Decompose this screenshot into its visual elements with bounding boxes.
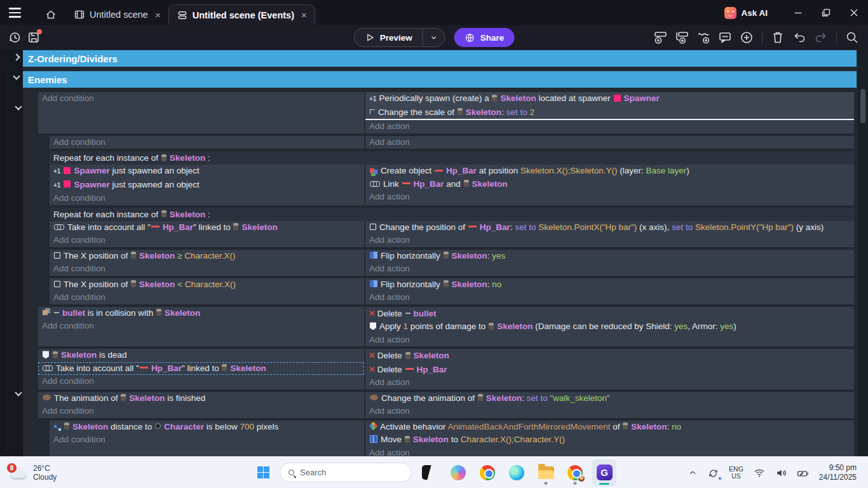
weather-widget[interactable]: 8 26°C Cloudy — [5, 457, 60, 488]
add-action-button[interactable]: Add action — [365, 376, 854, 390]
close-tab-icon[interactable]: × — [301, 10, 307, 20]
condition-row[interactable]: The X position of Skeleton ≥ Character.X… — [50, 250, 364, 263]
taskbar-app-gdevelop[interactable]: G — [592, 459, 616, 486]
add-action-button[interactable]: Add action — [365, 334, 854, 347]
add-action-button[interactable]: Add action — [365, 191, 854, 204]
clock-widget[interactable]: 9:50 pm 24/11/2025 — [815, 463, 862, 482]
volume-icon[interactable] — [771, 461, 790, 484]
add-more-button[interactable] — [737, 28, 756, 47]
expand-chevron[interactable] — [13, 53, 20, 60]
add-other-event-button[interactable] — [694, 28, 713, 47]
tab-untitled-scene[interactable]: Untitled scene × — [66, 4, 168, 25]
preview-button[interactable]: Preview — [355, 29, 423, 46]
action-row[interactable]: Create object Hp_Bar at position Skeleto… — [365, 165, 854, 178]
add-condition-button[interactable]: Add condition — [50, 433, 364, 447]
taskbar-app-file-explorer[interactable] — [534, 459, 558, 486]
action-row[interactable]: Move Skeleton to Character.X();Character… — [365, 433, 854, 447]
event-text: Skeleton — [139, 251, 175, 261]
redo-button[interactable] — [811, 28, 831, 47]
add-comment-button[interactable] — [715, 28, 735, 47]
condition-row[interactable]: bullet is in collision with Skeleton — [38, 307, 364, 320]
taskbar-app-edge[interactable] — [505, 459, 529, 486]
condition-row[interactable]: The animation of Skeleton is finished — [38, 392, 364, 405]
taskbar-app-chrome[interactable] — [475, 459, 499, 486]
taskbar-app-copilot[interactable] — [446, 459, 470, 486]
tray-update-icon[interactable] — [704, 461, 722, 484]
save-button[interactable] — [24, 28, 43, 47]
add-action-button[interactable]: Add action — [365, 234, 854, 247]
action-row[interactable]: Flip horizontally Skeleton: yes — [365, 250, 854, 263]
add-event-button[interactable] — [651, 28, 670, 47]
event-text: ) — [733, 322, 736, 331]
collapse-chevron[interactable] — [15, 389, 22, 396]
repeat-event-header[interactable]: Repeat for each instance of Skeleton : — [50, 151, 854, 165]
action-row[interactable]: ×Delete Hp_Bar — [365, 363, 854, 377]
condition-row[interactable]: Skeleton distance to Character is below … — [50, 421, 364, 434]
add-condition-button[interactable]: Add condition — [38, 405, 364, 418]
condition-row[interactable]: Take into account all "Hp_Bar" linked to… — [50, 221, 364, 234]
scrollbar-thumb[interactable] — [860, 89, 865, 123]
minimize-button[interactable] — [784, 0, 812, 25]
add-condition-button[interactable]: Add condition — [50, 192, 364, 205]
search-button[interactable] — [843, 28, 862, 47]
collapse-chevron[interactable] — [13, 72, 20, 79]
add-condition-button[interactable]: Add condition — [50, 291, 364, 304]
wifi-icon[interactable] — [750, 461, 769, 484]
action-row[interactable]: +1Periodically spawn (create) a Skeleton… — [365, 92, 854, 106]
animation-icon — [370, 395, 378, 400]
add-action-button[interactable]: Add action — [365, 136, 854, 149]
add-condition-button[interactable]: Add condition — [38, 375, 364, 388]
add-condition-button[interactable]: Add condition — [50, 262, 364, 276]
ask-ai-button[interactable]: Ask AI — [724, 7, 768, 19]
add-condition-button[interactable]: Add condition — [38, 92, 364, 105]
tray-language-switcher[interactable]: ENG US — [725, 466, 747, 480]
action-row[interactable]: Link Hp_Bar and Skeleton — [365, 178, 854, 191]
clock-date: 24/11/2025 — [819, 473, 857, 482]
group-header[interactable]: Enemies — [23, 71, 857, 88]
condition-row[interactable]: Take into account all "Hp_Bar" linked to… — [38, 362, 364, 376]
action-row[interactable]: Activate behavior AnimatedBackAndForthMi… — [365, 421, 854, 434]
add-condition-button[interactable]: Add condition — [50, 234, 364, 247]
taskbar-app-chrome-profile[interactable] — [563, 459, 587, 486]
group-header[interactable]: Z-Ordering/Dividers — [23, 50, 857, 67]
tab-untitled-scene-events[interactable]: Untitled scene (Events) × — [168, 4, 315, 25]
condition-row[interactable]: +1Spawner just spawned an object — [50, 179, 364, 193]
delete-button[interactable] — [768, 28, 787, 47]
search-input[interactable]: Search — [280, 463, 412, 482]
action-row[interactable]: Flip horizontally Skeleton: no — [365, 278, 854, 292]
add-action-button[interactable]: Add action — [365, 447, 854, 457]
share-button[interactable]: Share — [454, 28, 515, 47]
condition-row[interactable]: Skeleton is dead — [38, 349, 364, 362]
taskbar-app-photos[interactable] — [417, 459, 441, 486]
preview-options-chevron[interactable] — [423, 29, 445, 46]
action-row[interactable]: ×Delete Skeleton — [365, 349, 854, 363]
tab-home[interactable] — [36, 4, 66, 25]
add-action-button[interactable]: Add action — [365, 291, 854, 304]
add-condition-button[interactable]: Add condition — [38, 320, 364, 333]
close-tab-icon[interactable]: × — [155, 10, 161, 20]
add-action-button[interactable]: Add action — [365, 120, 854, 133]
action-row[interactable]: ×Delete bullet — [365, 307, 854, 321]
condition-row[interactable]: The X position of Skeleton < Character.X… — [50, 278, 364, 292]
repeat-event-header[interactable]: Repeat for each instance of Skeleton : — [50, 208, 854, 221]
collapse-chevron[interactable] — [15, 103, 22, 110]
add-subevent-button[interactable] — [672, 28, 691, 47]
event-text: : — [205, 153, 210, 163]
undo-button[interactable] — [790, 28, 809, 47]
action-row[interactable]: Change the position of Hp_Bar: set to Sk… — [365, 221, 854, 234]
battery-pen-icon[interactable] — [793, 461, 813, 484]
vertical-scrollbar[interactable] — [858, 50, 868, 456]
history-button[interactable] — [5, 28, 24, 47]
tray-show-hidden-icons[interactable] — [684, 461, 702, 484]
action-row[interactable]: Change the scale of Skeleton: set to 2 — [365, 106, 854, 121]
start-button[interactable] — [252, 461, 275, 484]
action-row[interactable]: Apply 1 points of damage to Skeleton (Da… — [365, 320, 854, 334]
add-action-button[interactable]: Add action — [365, 405, 854, 418]
action-row[interactable]: Change the animation of Skeleton: set to… — [365, 392, 854, 405]
close-window-button[interactable] — [840, 0, 868, 25]
condition-row[interactable]: +1Spawner just spawned an object — [50, 165, 364, 179]
add-condition-button[interactable]: Add condition — [50, 136, 364, 149]
add-action-button[interactable]: Add action — [365, 262, 854, 276]
restore-button[interactable] — [812, 0, 840, 25]
main-menu-icon[interactable] — [5, 3, 27, 22]
